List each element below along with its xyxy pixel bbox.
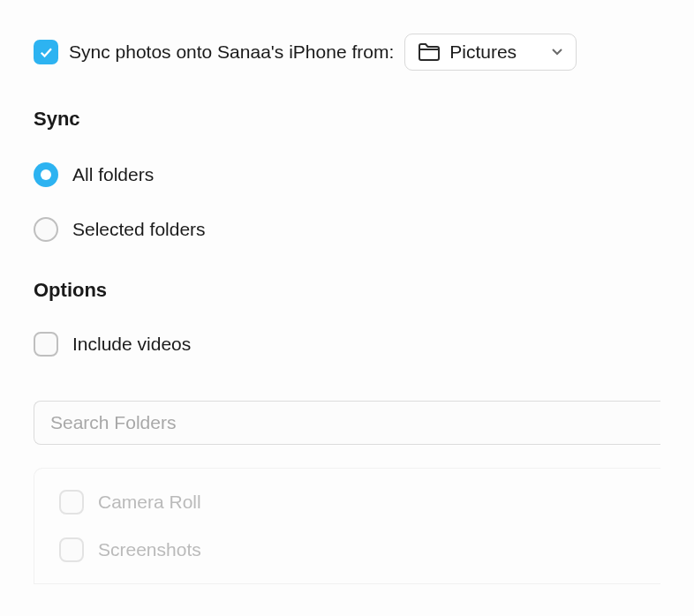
chevron-down-icon bbox=[551, 48, 563, 56]
radio-all-folders[interactable]: All folders bbox=[34, 162, 660, 187]
check-icon bbox=[38, 44, 54, 60]
folder-checkbox bbox=[59, 537, 84, 562]
dropdown-value: Pictures bbox=[449, 41, 542, 63]
radio-selected-folders[interactable]: Selected folders bbox=[34, 217, 660, 242]
sync-photos-label: Sync photos onto Sanaa's iPhone from: bbox=[69, 41, 394, 63]
include-videos-checkbox bbox=[34, 332, 58, 357]
include-videos-row[interactable]: Include videos bbox=[34, 332, 660, 357]
folder-item-label: Camera Roll bbox=[98, 492, 201, 513]
radio-selected-folders-label: Selected folders bbox=[72, 219, 206, 240]
folder-checkbox bbox=[59, 490, 84, 515]
radio-unselected-icon bbox=[34, 217, 58, 242]
sync-photos-checkbox[interactable] bbox=[34, 40, 58, 64]
radio-selected-icon bbox=[34, 162, 58, 187]
sync-photos-header: Sync photos onto Sanaa's iPhone from: Pi… bbox=[34, 34, 660, 71]
folder-item[interactable]: Camera Roll bbox=[59, 490, 636, 515]
include-videos-label: Include videos bbox=[72, 334, 191, 355]
folders-list: Camera Roll Screenshots bbox=[34, 468, 660, 584]
search-folders-input[interactable] bbox=[34, 401, 660, 445]
folder-icon bbox=[418, 42, 441, 62]
radio-all-folders-label: All folders bbox=[72, 164, 154, 185]
options-section-title: Options bbox=[34, 279, 660, 302]
folder-item[interactable]: Screenshots bbox=[59, 537, 636, 562]
folder-item-label: Screenshots bbox=[98, 539, 201, 560]
sync-section-title: Sync bbox=[34, 108, 660, 131]
source-folder-dropdown[interactable]: Pictures bbox=[404, 34, 577, 71]
